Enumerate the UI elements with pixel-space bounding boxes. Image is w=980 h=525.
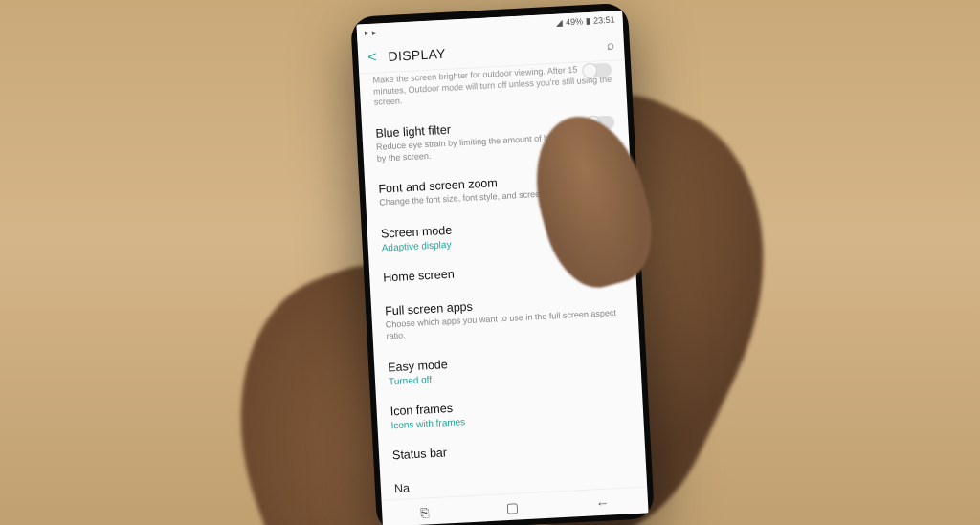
item-title: Status bar — [392, 436, 632, 462]
clock-text: 23:51 — [593, 14, 615, 25]
back-button[interactable]: ← — [595, 494, 610, 511]
battery-icon: ▮ — [586, 16, 591, 26]
page-title: DISPLAY — [388, 37, 595, 63]
signal-icon: ◢ — [556, 17, 564, 27]
battery-text: 49% — [566, 16, 584, 27]
back-icon[interactable]: < — [368, 48, 377, 65]
home-button[interactable]: ▢ — [505, 499, 519, 515]
search-icon[interactable]: ⌕ — [607, 36, 615, 52]
notification-icon: ▸ — [365, 28, 370, 37]
toggle-switch[interactable] — [583, 63, 612, 78]
recents-button[interactable]: ⎘ — [420, 504, 429, 519]
notification-icon: ▸ — [372, 28, 378, 37]
